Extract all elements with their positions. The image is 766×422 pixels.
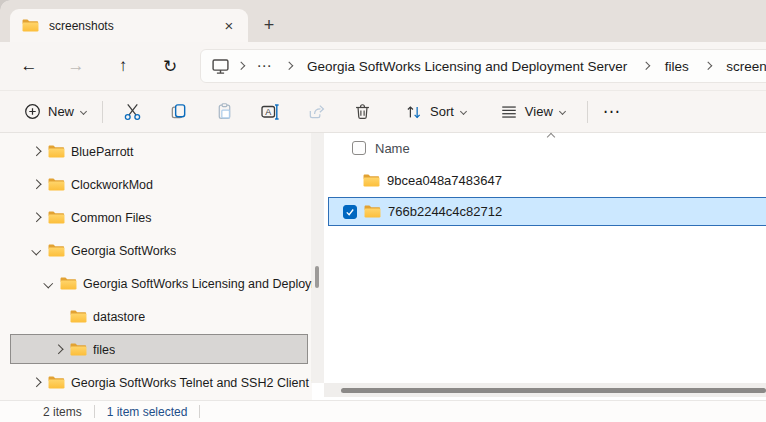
folder-icon — [70, 309, 87, 324]
breadcrumb-chevron-icon — [282, 63, 296, 69]
file-row-9bcea048a7483647[interactable]: 9bcea048a7483647 — [328, 166, 766, 195]
view-icon — [500, 103, 518, 121]
address-bar[interactable]: ⋯ Georgia SoftWorks Licensing and Deploy… — [200, 49, 766, 83]
file-row-766b2244c4c82712[interactable]: 766b2244c4c82712 — [328, 197, 766, 226]
close-tab-icon[interactable]: × — [218, 15, 240, 37]
item-count: 2 items — [43, 405, 82, 419]
chevron-right-icon[interactable] — [26, 208, 46, 228]
column-header-label: Name — [375, 141, 410, 156]
file-list-pane: Name 9bcea048a7483647 766b2244c4c82712 — [324, 133, 766, 400]
sidebar-item-gsw-telnet-ssh2[interactable]: Georgia SoftWorks Telnet and SSH2 Client… — [0, 366, 312, 399]
selection-count: 1 item selected — [107, 405, 188, 419]
sidebar-item-blueparrott[interactable]: BlueParrott — [0, 135, 312, 168]
horizontal-scrollbar-thumb[interactable] — [341, 388, 766, 393]
more-options-button[interactable]: ⋯ — [594, 94, 630, 130]
file-name: 9bcea048a7483647 — [387, 173, 502, 188]
folder-icon — [70, 342, 87, 357]
file-explorer-window: screenshots × + ← → ↑ ↻ ⋯ Georgia SoftWo… — [0, 0, 766, 422]
chevron-right-icon[interactable] — [48, 340, 68, 360]
svg-text:A: A — [265, 106, 271, 116]
copy-button[interactable] — [155, 94, 201, 130]
chevron-right-icon[interactable] — [26, 175, 46, 195]
new-tab-button[interactable]: + — [256, 12, 282, 38]
trash-icon — [353, 102, 372, 121]
sidebar-item-label: datastore — [93, 310, 145, 324]
more-icon: ⋯ — [603, 101, 621, 122]
folder-icon — [60, 276, 77, 291]
sidebar-item-label: Common Files — [71, 211, 152, 225]
sidebar-item-files[interactable]: files — [0, 333, 312, 366]
sidebar-item-clockworkmod[interactable]: ClockworkMod — [0, 168, 312, 201]
breadcrumb-segment-files[interactable]: files — [657, 56, 697, 77]
toolbar-divider — [587, 101, 588, 123]
chevron-placeholder — [48, 307, 68, 327]
sidebar-item-label: BlueParrott — [71, 145, 134, 159]
folder-icon — [22, 18, 39, 33]
share-button[interactable] — [293, 94, 339, 130]
sidebar-item-label: Georgia SoftWorks Licensing and Deployme… — [83, 277, 312, 291]
tab-title: screenshots — [49, 19, 208, 33]
folder-icon — [48, 243, 65, 258]
folder-icon — [364, 204, 381, 219]
breadcrumb-overflow-icon[interactable]: ⋯ — [252, 57, 278, 75]
breadcrumb-segment-server[interactable]: Georgia SoftWorks Licensing and Deployme… — [299, 56, 635, 77]
check-icon — [345, 207, 355, 217]
rename-button[interactable]: A — [247, 94, 293, 130]
plus-circle-icon — [24, 103, 41, 120]
command-toolbar: New — [0, 90, 766, 133]
forward-icon[interactable]: → — [59, 49, 93, 83]
tab-bar: screenshots × + — [0, 0, 766, 42]
breadcrumb-chevron-icon — [234, 63, 248, 69]
chevron-down-icon — [559, 108, 566, 115]
row-checkbox-checked[interactable] — [343, 205, 357, 219]
tab-screenshots[interactable]: screenshots × — [10, 9, 248, 42]
up-icon[interactable]: ↑ — [106, 49, 140, 83]
select-all-checkbox[interactable] — [352, 141, 366, 155]
navigation-pane: BlueParrott ClockworkMod Common Files Ge… — [0, 133, 312, 400]
breadcrumb-chevron-icon — [639, 63, 653, 69]
sidebar-item-label: Georgia SoftWorks — [71, 244, 176, 258]
sidebar-item-label: ClockworkMod — [71, 178, 153, 192]
file-name: 766b2244c4c82712 — [388, 204, 502, 219]
sidebar-scrollbar-thumb[interactable] — [315, 266, 319, 288]
share-icon — [307, 102, 326, 121]
breadcrumb-segment-screenshots[interactable]: screenshots — [718, 56, 766, 77]
sidebar-scrollbar-track[interactable] — [311, 133, 324, 383]
chevron-down-icon[interactable] — [38, 274, 58, 294]
chevron-down-icon[interactable] — [26, 241, 46, 261]
chevron-right-icon[interactable] — [26, 142, 46, 162]
chevron-right-icon[interactable] — [26, 373, 46, 393]
sidebar-item-common-files[interactable]: Common Files — [0, 201, 312, 234]
back-icon[interactable]: ← — [12, 49, 46, 83]
toolbar-divider — [102, 101, 103, 123]
sort-icon — [405, 103, 423, 121]
cut-button[interactable] — [109, 94, 155, 130]
sidebar-item-gsw-licensing-server[interactable]: Georgia SoftWorks Licensing and Deployme… — [0, 267, 312, 300]
sidebar-item-datastore[interactable]: datastore — [0, 300, 312, 333]
folder-icon — [48, 144, 65, 159]
this-pc-icon[interactable] — [211, 57, 230, 76]
chevron-down-icon — [80, 108, 87, 115]
folder-icon — [363, 173, 380, 188]
sort-button[interactable]: Sort — [395, 96, 476, 128]
paste-button[interactable] — [201, 94, 247, 130]
refresh-icon[interactable]: ↻ — [153, 49, 187, 83]
new-button[interactable]: New — [14, 96, 96, 127]
status-divider — [199, 405, 200, 418]
breadcrumb-chevron-icon — [701, 63, 715, 69]
folder-icon — [48, 177, 65, 192]
new-button-label: New — [48, 104, 74, 119]
copy-icon — [169, 102, 188, 121]
sidebar-item-georgia-softworks[interactable]: Georgia SoftWorks — [0, 234, 312, 267]
rename-icon: A — [260, 102, 280, 122]
view-button[interactable]: View — [490, 96, 575, 128]
chevron-down-icon — [460, 108, 467, 115]
delete-button[interactable] — [339, 94, 385, 130]
sidebar-item-label: files — [93, 343, 115, 357]
paste-icon — [215, 102, 234, 121]
column-header-name[interactable]: Name — [324, 134, 766, 162]
cut-icon — [123, 102, 142, 121]
folder-icon — [48, 210, 65, 225]
view-button-label: View — [525, 104, 553, 119]
folder-icon — [48, 375, 65, 390]
